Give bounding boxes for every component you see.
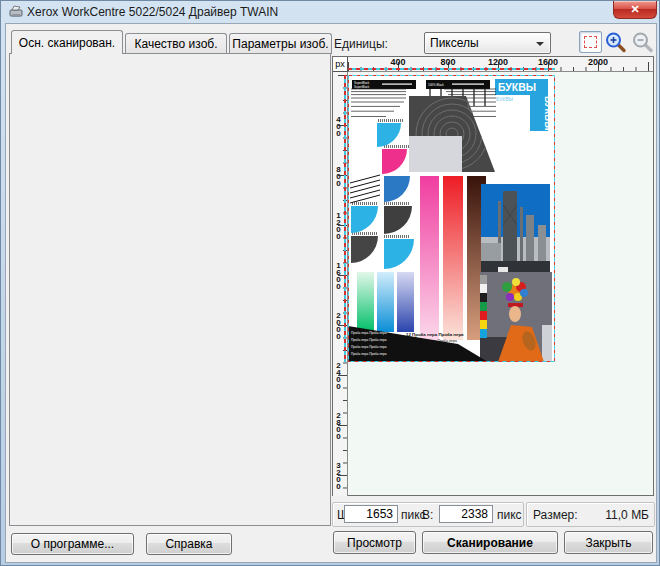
v-ruler-label: 400 — [334, 115, 343, 136]
size-value: 11,0 МБ — [599, 508, 649, 522]
v-ruler-label: 1600 — [334, 261, 343, 289]
svg-text:Проба пера Проба пера: Проба пера Проба пера — [351, 345, 387, 349]
title-bar[interactable]: Xerox WorkCentre 5022/5024 Драйвер TWAIN… — [1, 1, 660, 23]
twain-driver-window: Xerox WorkCentre 5022/5024 Драйвер TWAIN… — [0, 0, 660, 566]
height-label: В: — [422, 508, 433, 522]
svg-text:12 Проба пера Проба пера: 12 Проба пера Проба пера — [418, 344, 456, 348]
scan-button[interactable]: Сканирование — [422, 531, 558, 554]
height-input[interactable] — [439, 505, 493, 523]
selection-frame-icon — [584, 36, 597, 48]
tab-basic-scanning[interactable]: Осн. сканирован. — [11, 30, 123, 54]
size-label: Размер: — [533, 508, 578, 522]
svg-text:Проба пера Проба пера: Проба пера Проба пера — [351, 331, 387, 335]
h-ruler-label: 1600 — [538, 57, 558, 67]
h-ruler-label: 1200 — [488, 57, 508, 67]
h-ruler-selection-extent — [348, 68, 555, 70]
svg-text:БУКВЫ: БУКВЫ — [496, 96, 514, 102]
zoom-out-icon — [631, 31, 655, 53]
close-window-button[interactable]: ✕ — [613, 1, 657, 19]
svg-text:Проба пера Проба пера: Проба пера Проба пера — [351, 338, 387, 342]
v-ruler-label: 2000 — [334, 311, 343, 339]
units-label: Единицы: — [334, 37, 388, 51]
window-title: Xerox WorkCentre 5022/5024 Драйвер TWAIN — [27, 5, 278, 19]
units-select[interactable]: Пикселы — [424, 32, 551, 54]
scan-preview-image: SuperBlack SuperBlack 100% Black БУКВЫ Б… — [348, 75, 555, 362]
v-ruler-label: 1200 — [334, 211, 343, 239]
preview-button[interactable]: Просмотр — [333, 531, 416, 554]
svg-text:12 Проба пера Проба пера: 12 Проба пера Проба пера — [412, 339, 457, 343]
help-button[interactable]: Справка — [146, 533, 232, 555]
scan-preview-canvas[interactable]: SuperBlack SuperBlack 100% Black БУКВЫ Б… — [348, 72, 653, 495]
zoom-in-icon[interactable] — [604, 31, 628, 53]
v-ruler-label: 3200 — [334, 461, 343, 489]
app-icon — [9, 5, 23, 18]
v-ruler-label: 2400 — [334, 361, 343, 389]
svg-text:БУКВЫ: БУКВЫ — [543, 96, 554, 130]
svg-text:12 Проба пера Проба пера: 12 Проба пера Проба пера — [406, 332, 464, 337]
h-ruler-label: 400 — [390, 57, 405, 67]
width-input[interactable] — [344, 505, 398, 523]
preview-pane: px 400 800 1200 1600 2000 400 800 1200 1… — [332, 56, 654, 496]
svg-text:SuperBlack: SuperBlack — [354, 85, 370, 89]
svg-text:100% Black: 100% Black — [428, 83, 444, 87]
tab-panel — [9, 53, 331, 526]
about-button[interactable]: О программе... — [11, 533, 134, 555]
v-ruler-selection-extent — [344, 75, 346, 362]
v-ruler-label: 800 — [334, 165, 343, 186]
h-ruler-label: 800 — [440, 57, 455, 67]
tab-image-quality[interactable]: Качество изоб. — [125, 33, 227, 54]
vertical-ruler: 400 800 1200 1600 2000 2400 2800 3200 — [333, 72, 348, 496]
svg-text:БУКВЫ: БУКВЫ — [498, 81, 536, 93]
ruler-unit-box: px — [333, 57, 348, 72]
selection-frame-tool-button[interactable] — [579, 31, 602, 53]
h-ruler-label: 2000 — [588, 57, 608, 67]
close-button[interactable]: Закрыть — [564, 531, 653, 554]
height-unit-label: пикс — [497, 508, 522, 522]
svg-text:Проба пера Проба пера: Проба пера Проба пера — [351, 352, 387, 356]
chevron-down-icon — [536, 42, 544, 46]
v-ruler-label: 2800 — [334, 411, 343, 439]
tab-image-options[interactable]: Параметры изоб. — [229, 33, 332, 54]
horizontal-ruler: 400 800 1200 1600 2000 — [348, 57, 653, 72]
